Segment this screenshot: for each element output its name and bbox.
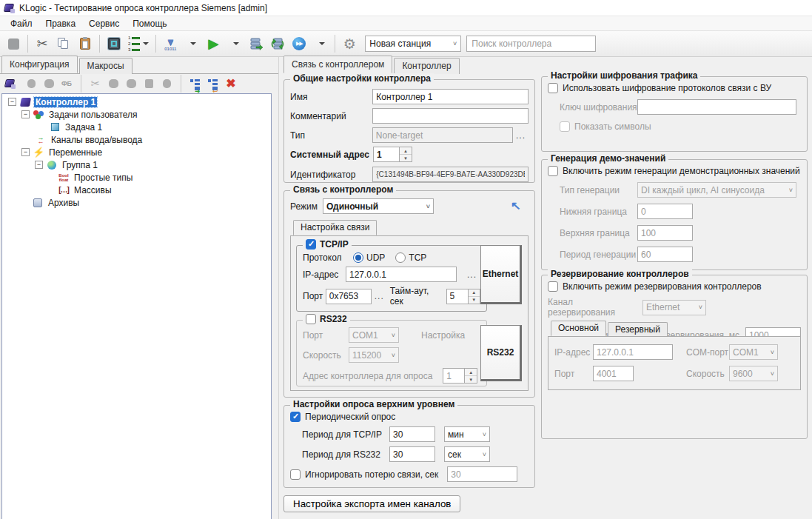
fb-icon: ФБ xyxy=(61,80,72,87)
controller-search-input[interactable] xyxy=(466,36,596,52)
tab-configuration[interactable]: Конфигурация xyxy=(1,56,78,73)
info-tree-button[interactable] xyxy=(160,76,173,91)
rs232-button[interactable]: RS232 xyxy=(480,325,522,381)
gen-type-label: Тип генерации xyxy=(560,185,637,195)
cut-tree-button[interactable]: ✂ xyxy=(89,76,102,91)
add-item-button[interactable] xyxy=(24,76,38,91)
sync-with-server-button[interactable] xyxy=(267,33,288,54)
type-browse-button[interactable]: ... xyxy=(513,130,529,141)
chevron-down-icon: ˅ xyxy=(483,451,486,458)
menu-help[interactable]: Помощь xyxy=(127,17,172,30)
station-select[interactable]: Новая станция ˅ xyxy=(365,36,461,52)
rs232-port-select: COM1 ˅ xyxy=(349,327,399,343)
copy-tree-button[interactable] xyxy=(107,76,120,91)
paste-button[interactable] xyxy=(75,33,95,54)
tab-link-settings[interactable]: Настройка связи xyxy=(293,220,377,235)
system-address-spinner[interactable]: ▲▼ xyxy=(400,147,412,162)
tree-item-simple-types[interactable]: Boolfloat Простые типы xyxy=(2,171,271,184)
rs-period-unit-select[interactable]: сек ˅ xyxy=(444,446,490,462)
add-controller-button[interactable] xyxy=(104,33,124,54)
collapse-panel-icon[interactable]: ↖ xyxy=(511,199,521,213)
rs232-title: RS232 xyxy=(320,314,347,324)
new-project-button[interactable] xyxy=(4,76,20,91)
stop-button[interactable] xyxy=(3,33,24,54)
redundancy-ip-label: IP-адрес xyxy=(554,347,593,358)
ethernet-button[interactable]: Ethernet xyxy=(480,245,522,304)
order-list-button[interactable]: 123 xyxy=(125,33,152,54)
tree-item-io-channels[interactable]: →← Каналы ввода/вывода xyxy=(2,133,271,146)
tree-item-archives[interactable]: Архивы xyxy=(2,196,271,209)
tree-item-group1[interactable]: − Группа 1 xyxy=(2,158,271,171)
tree-item-variables[interactable]: − ⚡ Переменные xyxy=(2,146,271,158)
tcp-radio[interactable] xyxy=(395,252,406,263)
collapse-icon[interactable]: − xyxy=(35,161,43,169)
demo-enable-checkbox[interactable] xyxy=(548,166,558,176)
tree-item-controller[interactable]: − Контроллер 1 xyxy=(2,96,271,108)
export-channel-names-button[interactable]: Настройка экспорта имен каналов xyxy=(283,495,460,512)
tab-macros[interactable]: Макросы xyxy=(79,58,132,74)
disabled-delete-icon xyxy=(145,79,153,88)
import-tree-button[interactable]: ➜ xyxy=(189,76,202,91)
start-polling-menu-button[interactable] xyxy=(224,33,245,54)
tab-controller-link[interactable]: Связь с контроллером xyxy=(283,56,392,73)
tab-controller[interactable]: Контроллер xyxy=(394,58,459,74)
tcp-period-unit-select[interactable]: мин ˅ xyxy=(444,426,490,442)
start-polling-button[interactable]: ▶ xyxy=(203,33,224,54)
controller-link-group: Связь с контроллером ↖ Режим Одиночный ˅… xyxy=(283,190,535,398)
comment-input[interactable] xyxy=(372,108,529,124)
rs232-speed-select: 115200 ˅ xyxy=(349,347,399,363)
copy-button[interactable] xyxy=(53,33,74,54)
timeout-spinner[interactable]: ▲▼ xyxy=(469,289,480,304)
collapse-icon[interactable]: − xyxy=(21,110,30,118)
chevron-down-icon: ˅ xyxy=(453,40,457,47)
fast-start-menu-button[interactable] xyxy=(310,33,331,54)
ignore-loss-checkbox[interactable] xyxy=(290,469,301,480)
export-to-server-button[interactable] xyxy=(246,33,266,54)
mode-select[interactable]: Одиночный ˅ xyxy=(323,198,434,214)
cut-button[interactable]: ✂ xyxy=(32,33,53,54)
redundancy-ip-input xyxy=(593,344,673,360)
menu-edit[interactable]: Правка xyxy=(40,17,82,30)
ip-input[interactable] xyxy=(346,267,457,282)
rs232-config-button[interactable]: Настройка xyxy=(421,330,465,341)
tcpip-checkbox[interactable] xyxy=(306,239,316,250)
identifier-input xyxy=(372,167,529,182)
name-input[interactable] xyxy=(372,89,529,104)
rs-period-input[interactable] xyxy=(389,446,435,462)
ip-browse-button[interactable]: ... xyxy=(464,269,480,280)
load-config-button[interactable]: ▼01011 xyxy=(160,33,181,54)
encryption-key-input xyxy=(637,99,796,115)
main-toolbar: ✂ 123 ▼01011 ▶ ▶▶ ⚙ Новая станция ˅ xyxy=(0,31,812,57)
tcp-period-input[interactable] xyxy=(389,426,435,442)
menu-service[interactable]: Сервис xyxy=(83,17,125,30)
collapse-icon[interactable]: − xyxy=(21,148,30,156)
tab-backup[interactable]: Резервный xyxy=(608,322,668,337)
fast-start-button[interactable]: ▶▶ xyxy=(289,33,309,54)
tree-item-task1[interactable]: Задача 1 xyxy=(2,121,271,133)
menu-file[interactable]: Файл xyxy=(4,17,38,30)
tab-primary[interactable]: Основной xyxy=(551,321,606,336)
port-browse-button[interactable]: ... xyxy=(372,291,387,301)
periodic-polling-checkbox[interactable] xyxy=(290,412,301,422)
add-fb-button[interactable]: ФБ xyxy=(60,76,73,91)
delete-tree-button[interactable] xyxy=(142,76,155,91)
settings-button[interactable]: ⚙ xyxy=(339,33,360,54)
load-config-menu-button[interactable] xyxy=(181,33,202,54)
high-bound-label: Верхняя граница xyxy=(560,228,637,238)
rs232-checkbox[interactable] xyxy=(306,314,316,324)
revert-tree-button[interactable]: ↩ xyxy=(207,76,220,91)
use-encryption-checkbox[interactable] xyxy=(548,83,558,93)
tree-item-arrays[interactable]: […] Массивы xyxy=(2,184,271,196)
port-label: Порт xyxy=(303,291,326,301)
collapse-icon[interactable]: − xyxy=(8,98,16,106)
timeout-input[interactable] xyxy=(446,289,469,304)
port-input[interactable] xyxy=(326,289,372,304)
udp-radio[interactable] xyxy=(353,252,363,263)
remove-all-button[interactable]: ✖ xyxy=(224,76,238,91)
system-address-input[interactable] xyxy=(373,147,400,162)
tree-item-user-tasks[interactable]: − Задачи пользователя xyxy=(2,108,271,121)
paste-tree-button[interactable] xyxy=(124,76,138,91)
toolbar-separator xyxy=(27,35,28,53)
redundancy-enable-checkbox[interactable] xyxy=(548,281,558,292)
add-group-button[interactable] xyxy=(42,76,56,91)
